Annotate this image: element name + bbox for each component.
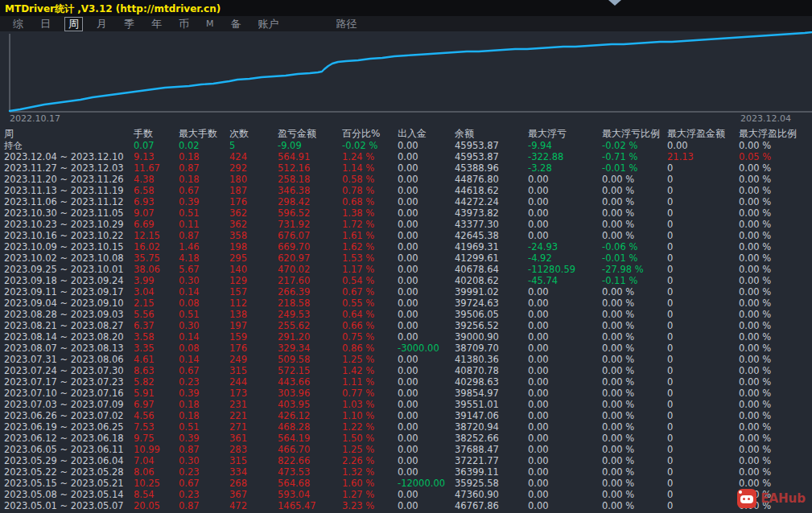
value-cell: 0.39 xyxy=(179,433,200,444)
menu-item-2[interactable]: 周 xyxy=(64,17,83,31)
menu-item-6[interactable]: 币 xyxy=(175,18,192,31)
menu-item-7[interactable]: M xyxy=(203,18,217,31)
period-cell: 2023.11.27 ~ 2023.12.03 xyxy=(4,162,124,174)
value-cell: 0.00 % xyxy=(739,354,771,365)
value-cell: 40870.78 xyxy=(455,365,499,376)
value-cell: 0.00 % xyxy=(602,185,634,196)
value-cell: 249 xyxy=(229,354,247,365)
value-cell: 38709.70 xyxy=(455,343,499,354)
value-cell: 0.00 % xyxy=(739,376,771,388)
value-cell: 0.00 % xyxy=(739,421,771,433)
menu-item-9[interactable]: 账户 xyxy=(255,18,282,31)
value-cell: 473.53 xyxy=(278,466,310,478)
value-cell: 0.00 % xyxy=(739,219,771,230)
table-row: 2023.05.29 ~ 2023.06.047.040.30315822.66… xyxy=(0,455,812,466)
value-cell: -24.93 xyxy=(528,241,558,252)
value-cell: 0.39 xyxy=(179,196,200,207)
value-cell: 0.86 % xyxy=(342,343,374,354)
value-cell: 6.58 xyxy=(134,185,155,196)
value-cell: 0.00 xyxy=(398,354,418,365)
value-cell: 403.95 xyxy=(278,399,310,410)
value-cell: 0 xyxy=(667,162,673,174)
value-cell: 0.00 xyxy=(528,410,549,421)
value-cell: 197 xyxy=(229,320,247,331)
value-cell: 0.18 xyxy=(179,399,200,410)
value-cell: 0 xyxy=(667,455,673,466)
value-cell: 266.39 xyxy=(278,286,310,298)
value-cell: 9.07 xyxy=(134,207,155,219)
value-cell: 198 xyxy=(229,241,247,252)
value-cell: 7.04 xyxy=(134,455,155,466)
value-cell: 38720.94 xyxy=(455,421,499,433)
value-cell: 0.00 xyxy=(667,140,688,151)
value-cell: 0.05 % xyxy=(739,151,771,162)
value-cell: 0.67 xyxy=(179,185,200,196)
table-row: 2023.08.07 ~ 2023.08.133.350.08176329.34… xyxy=(0,343,812,354)
value-cell: 9.13 xyxy=(134,151,155,162)
eahub-robot-icon xyxy=(737,489,756,508)
value-cell: 38.06 xyxy=(134,264,160,275)
value-cell: 0 xyxy=(667,207,673,219)
value-cell: 0.00 xyxy=(398,410,418,421)
value-cell: 0.00 xyxy=(398,298,418,309)
value-cell: 0.87 xyxy=(179,230,200,241)
menu-item-4[interactable]: 季 xyxy=(121,18,138,31)
value-cell: 731.92 xyxy=(278,219,310,230)
value-cell: 1.14 % xyxy=(342,162,374,174)
value-cell: 45953.87 xyxy=(455,140,499,151)
value-cell: 44272.24 xyxy=(455,196,499,207)
value-cell: 1.22 % xyxy=(342,421,374,433)
menu-item-10[interactable]: 路径 xyxy=(333,18,361,31)
value-cell: 0.00 % xyxy=(602,286,634,298)
menu-item-5[interactable]: 年 xyxy=(148,18,165,31)
table-row: 2023.05.01 ~ 2023.05.0720.050.874721465.… xyxy=(0,500,812,511)
menu-item-3[interactable]: 月 xyxy=(93,18,110,31)
value-cell: 0.00 % xyxy=(602,399,634,410)
value-cell: 0.00 % xyxy=(739,230,771,241)
menu-item-8[interactable]: 备 xyxy=(228,18,245,31)
value-cell: 0 xyxy=(667,489,673,500)
table-row: 2023.09.25 ~ 2023.10.0138.065.67140470.0… xyxy=(0,264,812,275)
value-cell: 3.58 xyxy=(134,331,155,343)
chevron-down-icon[interactable] xyxy=(608,0,621,6)
period-cell: 2023.10.02 ~ 2023.10.08 xyxy=(4,252,124,264)
value-cell: 0.00 xyxy=(528,399,549,410)
value-cell: 0.00 xyxy=(528,354,549,365)
value-cell: 1.27 % xyxy=(342,489,374,500)
value-cell: 822.66 xyxy=(278,455,310,466)
period-cell: 2023.12.04 ~ 2023.12.10 xyxy=(4,151,124,162)
value-cell: 41969.31 xyxy=(455,241,499,252)
value-cell: 138 xyxy=(229,309,247,320)
chart-end-date: 2023.12.04 xyxy=(740,113,791,124)
value-cell: 0.87 xyxy=(179,444,200,455)
value-cell: 8.63 xyxy=(134,365,155,376)
period-cell: 2023.09.04 ~ 2023.09.10 xyxy=(4,298,124,309)
value-cell: 443.66 xyxy=(278,376,310,388)
menu-item-1[interactable]: 日 xyxy=(37,18,54,31)
menu-item-0[interactable]: 综 xyxy=(10,18,27,31)
value-cell: 0.00 xyxy=(528,207,549,219)
value-cell: 334 xyxy=(229,466,247,478)
value-cell: 0.00 xyxy=(398,264,418,275)
value-cell: 0.00 xyxy=(528,320,549,331)
value-cell: 509.58 xyxy=(278,354,310,365)
value-cell: 0.00 xyxy=(398,252,418,264)
value-cell: 2.15 xyxy=(134,298,155,309)
watermark[interactable]: EAHub xyxy=(737,489,806,508)
table-row: 2023.05.08 ~ 2023.05.148.540.23367593.04… xyxy=(0,489,812,500)
table-row: 2023.10.02 ~ 2023.10.0835.754.18295620.9… xyxy=(0,252,812,264)
value-cell: -322.88 xyxy=(528,151,563,162)
value-cell: 0.00 xyxy=(528,174,549,185)
value-cell: 255.62 xyxy=(278,320,310,331)
value-cell: 1.32 % xyxy=(342,466,374,478)
table-row: 2023.07.10 ~ 2023.07.165.910.39173303.96… xyxy=(0,388,812,399)
value-cell: 217.60 xyxy=(278,275,310,286)
value-cell: 0.00 % xyxy=(739,196,771,207)
value-cell: 1.24 % xyxy=(342,151,374,162)
period-cell: 2023.10.30 ~ 2023.11.05 xyxy=(4,207,124,219)
value-cell: 292 xyxy=(229,162,247,174)
value-cell: 676.07 xyxy=(278,230,310,241)
value-cell: 0.00 xyxy=(528,466,549,478)
app-title: MTDriver统计 ,V3.12 (http://mtdriver.cn) xyxy=(5,2,221,16)
value-cell: 176 xyxy=(229,196,247,207)
